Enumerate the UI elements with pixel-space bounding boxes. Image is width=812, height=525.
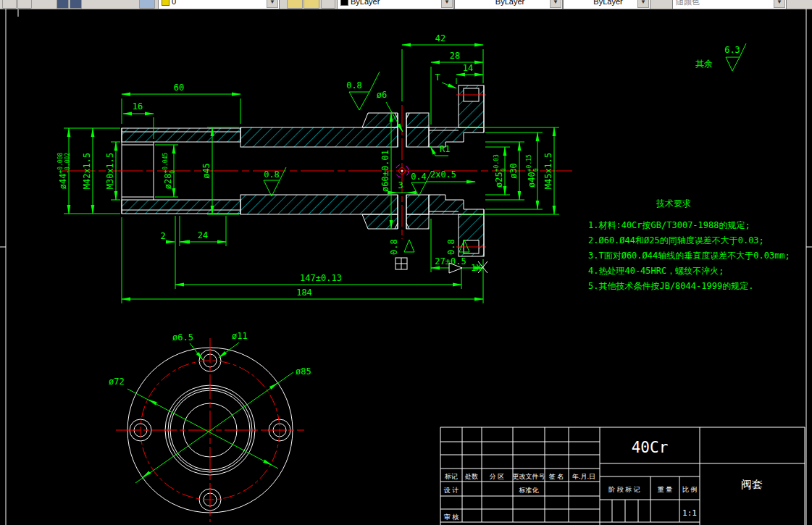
dim-m42: M42x1.5 (82, 153, 92, 190)
notes-title: 技术要求 (656, 198, 691, 209)
rest-label: 其余 (695, 59, 713, 69)
dim-m45: M45x1.5 (543, 153, 553, 190)
title-block: 标记 处数 分 区 更改文件号 签 名 年.月.日 设 计 标准化 审 核 阶 … (440, 427, 805, 525)
roughness-value: 0.4 (411, 172, 427, 182)
label-count: 处数 (464, 473, 478, 480)
label-standard: 标准化 (519, 487, 540, 494)
dim-16: 16 (133, 101, 143, 112)
label-zone: 分 区 (490, 473, 505, 480)
label-scale: 比 例 (682, 486, 698, 493)
roughness-value: 0.8 (446, 239, 456, 255)
section-view: 0.8 0.8 0.4 0.8 0.8 42 28 14 (57, 33, 572, 303)
label-weight: 重 量 (658, 486, 673, 493)
cad-application: 0▼ ByLayer▼ ByLayer▼ ByLayer▼ 随颜色▼ (0, 0, 812, 525)
dim-chamfer: 1X (471, 263, 482, 273)
dim-phi6: ø6 (377, 90, 387, 100)
label-sign: 签 名 (549, 473, 564, 480)
surface-roughness-symbols: 0.8 0.8 0.4 0.8 0.8 (264, 72, 469, 255)
note-line: 1.材料:40Cr按GB/T3007-1988的规定; (588, 220, 750, 230)
dim-60: 60 (174, 83, 184, 93)
dim-24: 24 (198, 230, 208, 240)
dim-phi11: ø11 (232, 331, 248, 341)
dim-147: 147±0.13 (300, 273, 342, 283)
dim-42: 42 (435, 33, 445, 43)
label-stage: 阶 段 标 记 (608, 486, 640, 493)
dim-3: 3 (398, 180, 403, 190)
note-line: 5.其他技术条件按JB/8044-1999的规定. (588, 281, 753, 291)
scale-value: 1:1 (682, 508, 697, 518)
label-date: 年.月.日 (572, 473, 595, 480)
roughness-value: 0.8 (346, 80, 362, 91)
roughness-value: 0.8 (389, 239, 399, 255)
front-view: ø72 ø85 ø6.5 ø11 (109, 331, 311, 522)
dim-phi60: ø60±0.01 (380, 150, 390, 192)
drawing-canvas[interactable]: 0.8 0.8 0.4 0.8 0.8 42 28 14 (0, 0, 812, 525)
dim-r1: R1 (440, 144, 450, 154)
dim-phi65: ø6.5 (172, 332, 193, 343)
roughness-value: 0.8 (264, 169, 280, 180)
dim-28: 28 (450, 51, 460, 61)
dim-phi45: ø45 (201, 163, 212, 179)
label-mark: 标记 (444, 473, 458, 480)
material: 40Cr (632, 439, 669, 456)
t-face-label: T (435, 72, 440, 83)
dim-14: 14 (463, 63, 473, 73)
front-centerlines (116, 338, 304, 522)
note-line: 3.T面对Ø60.Ø44轴线的垂直度误差不大于0.03mm; (588, 251, 790, 261)
technical-notes: 技术要求 1.材料:40Cr按GB/T3007-1988的规定; 2.Ø60.Ø… (588, 198, 790, 291)
dim-phi30: ø30 (508, 163, 519, 179)
dim-phi85: ø85 (296, 366, 311, 377)
dim-2: 2 (160, 231, 165, 241)
note-line: 2.Ø60.Ø44和Ø25的同轴度误差不大于0.03; (588, 235, 764, 245)
dim-phi72: ø72 (109, 377, 125, 387)
part-name: 阀套 (741, 478, 763, 490)
dim-m30: M30x1.5 (105, 153, 115, 190)
dim-184: 184 (296, 287, 312, 298)
label-design: 设 计 (444, 487, 459, 494)
dim-27: 27±0.5 (435, 256, 466, 266)
roughness-value: 6.3 (724, 45, 740, 55)
label-audit: 审 核 (444, 513, 459, 521)
note-line: 4.热处理40-45HRC，螺纹不淬火; (588, 266, 724, 276)
dim-groove: 2x0.5 (430, 169, 456, 180)
default-roughness: 其余 6.3 (695, 43, 746, 71)
dimension-texts: 42 28 14 60 16 T ø6 R1 2x0.5 3 ø44+0.008… (57, 33, 553, 298)
label-doc: 更改文件号 (513, 473, 545, 480)
